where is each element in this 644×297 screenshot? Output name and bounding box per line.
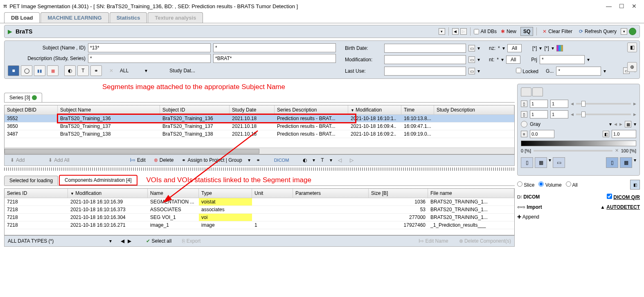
prj-input[interactable] [540,55,585,64]
radio-all[interactable]: All [566,181,578,188]
assign-button[interactable]: ⚭ Assign to Project | Group [179,156,244,164]
side-btn-1[interactable]: ◧ [627,42,637,52]
import-button[interactable]: ⇦⇨ Import [517,204,542,210]
add-button[interactable]: ⬇ Add [8,156,27,164]
col-dbid[interactable]: Subject DBID [5,105,58,114]
layout-3[interactable]: ▭ [553,157,565,168]
side-btn-2[interactable]: ⊕ [627,62,637,72]
text-icon2[interactable]: T [318,156,326,164]
tool-group[interactable]: ⚭ [90,65,102,76]
subject-id-input[interactable] [213,43,336,52]
col-sname[interactable]: Subject Name [58,105,160,114]
maximize-button[interactable]: ☐ [619,3,624,9]
all-dbs-checkbox[interactable]: All DBs [474,29,497,34]
nav-prev[interactable]: ◀ [452,28,459,35]
locked-checkbox[interactable]: Locked [516,68,538,74]
select-all-button[interactable]: ✔ Select all [146,238,171,244]
slider1-next[interactable]: ▶ [633,102,636,106]
layout-dd2[interactable]: ▾ [634,157,636,168]
component-row[interactable]: 72182021-10-18 16:10:16.271image_1image1… [5,221,514,229]
source-dropdown[interactable]: ▾ [439,28,445,35]
slider1-track[interactable] [576,103,631,105]
all-data-types[interactable]: ALL DATA TYPES (*) [8,238,54,244]
palette-icon[interactable] [521,121,527,127]
nav-next3[interactable]: ▶ [128,238,131,244]
modification-input[interactable] [384,55,466,64]
last-picker[interactable]: ▭ [468,68,475,74]
gradient-bar[interactable] [521,141,636,146]
add-all-button[interactable]: ⬇ Add All [46,156,72,164]
desc-series-input[interactable] [213,54,336,63]
view-mode-3[interactable]: ▮▮ [34,65,45,76]
delete-component-button[interactable]: ⊗ Delete Component(s) [459,238,511,244]
ccol-unit[interactable]: Unit [252,189,293,198]
crop-dd[interactable]: ▾ [313,157,315,163]
play-icon[interactable]: ▶ [8,28,12,35]
g-input[interactable] [556,67,601,76]
mod-picker[interactable]: ▭ [468,56,475,63]
slider2-prev[interactable]: ◀ [571,112,574,116]
gray-dd[interactable]: ▾ [609,121,612,127]
series-hscroll[interactable] [5,147,514,154]
new-button[interactable]: ✱ New [498,28,519,35]
birth-date-picker1[interactable]: ▭ [468,45,475,51]
layout-2[interactable]: ▦ [535,157,547,168]
component-row[interactable]: 72182021-10-18 16:10:16.39SEGMENTATION .… [5,198,514,206]
types-dd[interactable]: ▾ [109,238,112,244]
rtab-1[interactable] [521,87,531,96]
bracket1[interactable]: [*] [532,45,537,51]
view-mode-2[interactable]: ◯ [21,65,32,76]
desc-study-input[interactable] [88,54,211,63]
prj-dd[interactable]: ▾ [587,57,590,63]
mod-dd[interactable]: ▾ [477,57,480,63]
delete-button[interactable]: ⊗ Delete [151,156,176,164]
layout-5[interactable]: ▦ [620,157,632,168]
col-stdesc[interactable]: Study Description [434,105,514,114]
assign-dd[interactable]: ▾ [248,157,250,163]
nt-all[interactable]: All [506,56,520,64]
ccol-size[interactable]: Size [B] [369,189,428,198]
pct-track[interactable] [534,150,612,152]
range-max[interactable] [612,130,636,138]
tool-crop[interactable]: ◐ [64,65,76,76]
refresh-dropdown[interactable]: ▾ [621,28,627,35]
layout-4[interactable]: ▯ [606,157,618,168]
series-row[interactable]: 3487BraTS20_Training_138BraTS20_Training… [5,130,514,138]
minimize-button[interactable]: — [606,3,612,9]
col-mod[interactable]: ▼ Modification [348,105,401,114]
birth-dd[interactable]: ▾ [477,45,480,51]
last-dd[interactable]: ▾ [477,68,480,74]
radio-volume[interactable]: Volume [538,181,561,188]
scope-icon[interactable]: ◧ [630,180,640,190]
view-mode-1[interactable]: ■ [8,65,19,76]
crop-icon2[interactable]: ◐ [300,156,309,164]
gray-tool-dd[interactable]: ▾ [634,121,636,127]
nz-all[interactable]: All [507,44,522,52]
nt-dd[interactable]: ▾ [501,57,504,63]
edit-name-button[interactable]: I⇨ Edit Name [419,238,448,244]
tab-db-load[interactable]: DB Load [4,12,40,23]
tool-text[interactable]: T [77,65,89,76]
group-icon[interactable]: ⚭ [254,156,263,164]
slider2-b[interactable] [550,110,568,118]
series-tab[interactable]: Series [3] [4,93,42,102]
col-sid[interactable]: Subject ID [160,105,230,114]
nav-prev3[interactable]: ◀ [121,238,124,244]
tab-statistics[interactable]: Statistics [110,12,147,23]
ccol-params[interactable]: Parameters [293,189,369,198]
radio-slice[interactable]: Slice [517,181,534,188]
gray-next[interactable]: ▶ [619,122,622,126]
b1-dd[interactable]: ▾ [539,45,542,51]
refresh-query-button[interactable]: ⟳ Refresh Query [576,28,619,35]
export-button[interactable]: ⎘ Export [182,238,200,244]
g-dd[interactable]: ▾ [603,68,606,74]
series-row[interactable]: 3650BraTS20_Training_137BraTS20_Training… [5,123,514,130]
divider[interactable] [4,167,515,171]
series-row[interactable]: 3552BraTS20_Training_136BraTS20_Training… [5,115,514,123]
dicom-button[interactable]: D⁝ DICOM [517,194,540,200]
all-selector[interactable]: ALL▾ [117,67,151,74]
dicom-qr-checkbox[interactable]: DICOM Q/R [607,194,640,200]
nav-next[interactable]: ▷ [460,28,467,35]
text-dd[interactable]: ▾ [330,157,332,163]
slider1-a[interactable] [530,100,548,108]
